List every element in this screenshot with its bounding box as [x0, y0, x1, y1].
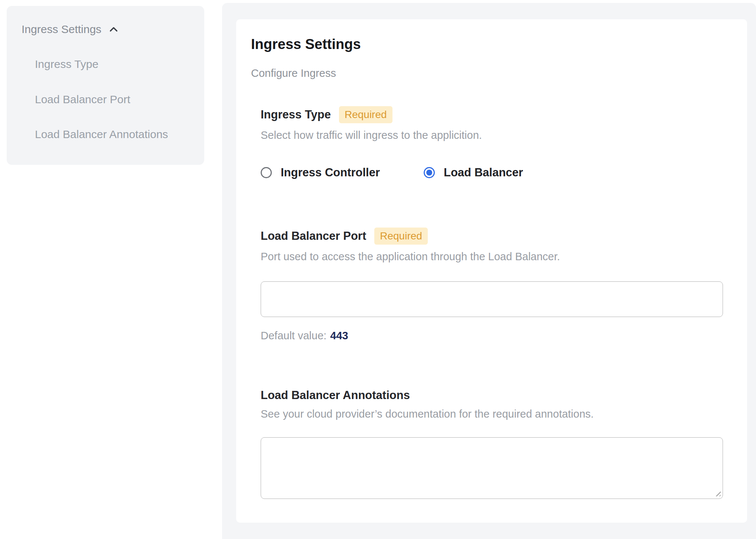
sidebar-item-load-balancer-port[interactable]: Load Balancer Port — [35, 91, 183, 108]
lb-annotations-textarea-wrap — [261, 437, 723, 499]
ingress-type-label: Ingress Type — [261, 108, 331, 121]
settings-sidebar: Ingress Settings Ingress Type Load Balan… — [7, 6, 204, 165]
sidebar-nav: Ingress Type Load Balancer Port Load Bal… — [22, 56, 189, 143]
radio-label: Load Balancer — [444, 166, 523, 179]
page-title: Ingress Settings — [251, 36, 730, 52]
required-badge: Required — [339, 106, 392, 123]
lb-annotations-description: See your cloud provider’s documentation … — [261, 408, 730, 420]
radio-circle-icon — [424, 167, 435, 178]
required-badge: Required — [374, 228, 428, 245]
section-load-balancer-port: Load Balancer Port Required Port used to… — [261, 228, 730, 342]
lb-port-label: Load Balancer Port — [261, 229, 366, 243]
sidebar-item-load-balancer-annotations[interactable]: Load Balancer Annotations — [35, 126, 183, 143]
load-balancer-port-input[interactable] — [261, 281, 723, 317]
lb-annotations-label: Load Balancer Annotations — [261, 389, 410, 402]
default-value-label: Default value: — [261, 330, 326, 342]
chevron-up-icon — [107, 23, 120, 36]
default-value: 443 — [330, 330, 348, 342]
ingress-type-radio-group: Ingress Controller Load Balancer — [261, 166, 730, 179]
sidebar-section-label: Ingress Settings — [22, 23, 101, 36]
load-balancer-annotations-textarea[interactable] — [261, 437, 723, 499]
radio-circle-icon — [261, 167, 272, 178]
section-load-balancer-annotations: Load Balancer Annotations See your cloud… — [261, 389, 730, 499]
lb-port-description: Port used to access the application thro… — [261, 251, 730, 263]
ingress-type-description: Select how traffic will ingress to the a… — [261, 129, 730, 141]
radio-label: Ingress Controller — [281, 166, 380, 179]
radio-load-balancer[interactable]: Load Balancer — [424, 166, 523, 179]
section-ingress-type: Ingress Type Required Select how traffic… — [261, 106, 730, 179]
main-panel: Ingress Settings Configure Ingress Ingre… — [222, 3, 756, 539]
sidebar-item-ingress-type[interactable]: Ingress Type — [35, 56, 183, 73]
radio-ingress-controller[interactable]: Ingress Controller — [261, 166, 380, 179]
default-value-line: Default value:443 — [261, 330, 730, 342]
page-subtitle: Configure Ingress — [251, 67, 730, 79]
sidebar-section-ingress-settings[interactable]: Ingress Settings — [22, 23, 189, 36]
ingress-settings-card: Ingress Settings Configure Ingress Ingre… — [236, 19, 747, 523]
